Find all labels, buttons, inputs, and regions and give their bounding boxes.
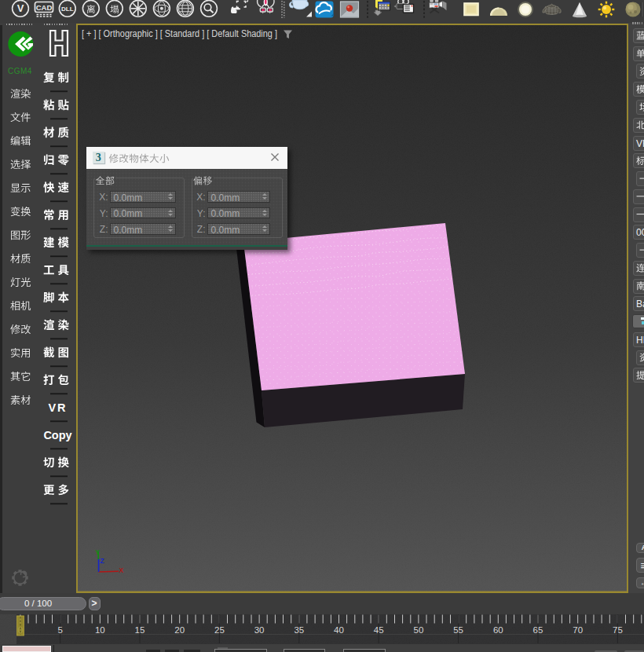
svg-text:Z: Z [101,557,104,565]
svg-text:Y: Y [95,548,100,556]
svg-text:X: X [119,566,124,574]
svg-text:[ + ] [ Orthographic ] [ Stand: [ + ] [ Orthographic ] [ Standard ] [ De… [82,28,277,39]
